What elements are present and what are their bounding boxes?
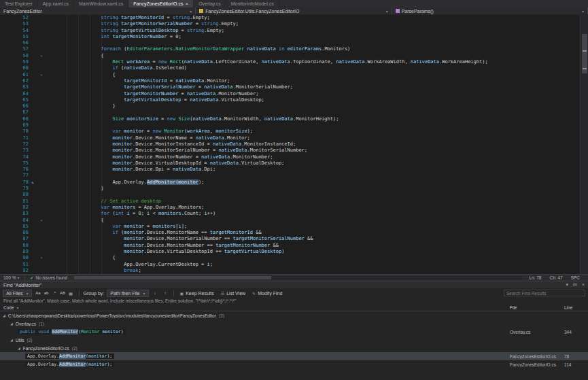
- code-line[interactable]: 80: [0, 192, 588, 198]
- fold-collapse-icon[interactable]: ▾: [37, 218, 46, 224]
- code-line[interactable]: 57 foreach (EditorParameters.NativeMonit…: [0, 46, 588, 52]
- type-dropdown[interactable]: FancyZonesEditor.Utils.FancyZonesEditorI…: [196, 7, 392, 14]
- line-number: 62: [0, 78, 29, 84]
- code-line[interactable]: 84▾ {: [0, 218, 588, 224]
- code-line[interactable]: 68 Size monitorSize = new Size(nativeDat…: [0, 116, 588, 122]
- code-line[interactable]: 90▾ {: [0, 255, 588, 261]
- code-line[interactable]: 58▾ {: [0, 53, 588, 59]
- code-line[interactable]: 55 int targetMonitorNumber = 0;: [0, 34, 588, 40]
- fold-collapse-icon[interactable]: ▾: [37, 72, 46, 78]
- group-row[interactable]: ◢Utils(2): [0, 336, 588, 344]
- line-number: 52: [0, 15, 29, 21]
- whole-word-icon[interactable]: ab: [43, 290, 50, 297]
- issues-status[interactable]: No issues found: [35, 275, 67, 280]
- fold-collapse-icon[interactable]: ▾: [37, 53, 46, 59]
- code-line[interactable]: 81 // Set active desktop: [0, 198, 588, 205]
- search-find-results-input[interactable]: [504, 290, 585, 296]
- tab-mainwindow-xaml-cs[interactable]: MainWindow.xaml.cs: [74, 0, 128, 7]
- scrollbar-thumb[interactable]: [74, 276, 271, 279]
- code-line[interactable]: 91 App.Overlay.CurrentDesktop = i;: [0, 262, 588, 268]
- code-line[interactable]: 61▾ {: [0, 72, 588, 78]
- code-line[interactable]: 53 string targetMonitorSerialNumber = st…: [0, 21, 588, 27]
- result-row[interactable]: App.Overlay.AddMonitor(monitor);FancyZon…: [0, 352, 588, 360]
- code-line[interactable]: 92 break;: [0, 268, 588, 274]
- code-line[interactable]: 89 monitor.Device.VirtualDesktopId == ta…: [0, 249, 588, 255]
- code-line[interactable]: 76 monitor.Device.Dpi = nativeData.Dpi;: [0, 167, 588, 173]
- code-line[interactable]: 62 targetMonitorId = nativeData.Monitor;: [0, 78, 588, 84]
- code-line[interactable]: 71 monitor.Device.MonitorName = nativeDa…: [0, 135, 588, 141]
- window-menu-icon[interactable]: ▾: [566, 282, 569, 288]
- code-line[interactable]: 88 monitor.Device.MonitorNumber == targe…: [0, 243, 588, 249]
- code-line[interactable]: 69: [0, 122, 588, 128]
- close-icon[interactable]: ×: [582, 282, 585, 288]
- code-line[interactable]: 59 Rect workArea = new Rect(nativeData.L…: [0, 59, 588, 65]
- member-dropdown[interactable]: ParseParams() ▾: [392, 7, 588, 14]
- code-line[interactable]: 77: [0, 173, 588, 179]
- list-view-button[interactable]: ☰ List View: [219, 290, 247, 297]
- result-row[interactable]: public void AddMonitor(Monitor monitor)O…: [0, 328, 588, 336]
- code-line[interactable]: 67: [0, 109, 588, 116]
- code-line[interactable]: 70 var monitor = new Monitor(workArea, m…: [0, 128, 588, 135]
- code-line[interactable]: 60 if (nativeData.IsSelected): [0, 65, 588, 71]
- code-line[interactable]: 83 for (int i = 0; i < monitors.Count; i…: [0, 211, 588, 217]
- code-text: }: [67, 186, 104, 192]
- code-line[interactable]: 72 monitor.Device.MonitorInstanceId = na…: [0, 141, 588, 148]
- column-header-line[interactable]: Line: [564, 305, 585, 310]
- fold-collapse-icon[interactable]: ▾: [37, 255, 46, 261]
- match-case-icon[interactable]: Aa: [35, 290, 42, 297]
- sort-ascending-icon[interactable]: ↑: [162, 290, 169, 297]
- code-line[interactable]: 75 monitor.Device.VirtualDesktopId = nat…: [0, 160, 588, 167]
- group-row[interactable]: ◢C:\Users\zhaopengwang\Desktop\powertoys…: [0, 311, 588, 319]
- code-line[interactable]: 64 targetMonitorNumber = nativeData.Moni…: [0, 91, 588, 97]
- code-line[interactable]: 79 }: [0, 186, 588, 192]
- code-line[interactable]: 87 monitor.Device.MonitorSerialNumber ==…: [0, 236, 588, 242]
- expand-arrow-icon[interactable]: ◢: [18, 346, 20, 350]
- code-line[interactable]: 73 monitor.Device.MonitorSerialNumber = …: [0, 148, 588, 154]
- code-line[interactable]: 74 monitor.Device.MonitorNumber = native…: [0, 154, 588, 160]
- tab-fancyzoneseditorio-cs[interactable]: FancyZonesEditorIO.cs×: [128, 0, 194, 7]
- regex-icon[interactable]: .*: [51, 290, 58, 297]
- tab-overlay-cs[interactable]: Overlay.cs: [194, 0, 226, 7]
- group-row[interactable]: ◢FancyZonesEditorIO.cs(2): [0, 344, 588, 352]
- expand-arrow-icon[interactable]: ◢: [3, 313, 5, 317]
- code-token: [67, 205, 101, 210]
- expand-arrow-icon[interactable]: ◢: [10, 322, 13, 326]
- code-line[interactable]: 65 targetVirtualDesktop = nativeData.Vir…: [0, 97, 588, 103]
- file-filter-icon[interactable]: ▤: [67, 290, 75, 297]
- horizontal-scrollbar[interactable]: [74, 276, 522, 279]
- code-line[interactable]: 52 string targetMonitorId = string.Empty…: [0, 15, 588, 21]
- zoom-control[interactable]: 100 % ▾: [0, 275, 22, 280]
- tab-test-explorer[interactable]: Test Explorer: [0, 0, 38, 7]
- code-token: Size: [112, 116, 124, 122]
- result-row[interactable]: App.Overlay.AddMonitor(monitor);FancyZon…: [0, 360, 588, 368]
- close-icon[interactable]: ×: [185, 1, 188, 7]
- expand-arrow-icon[interactable]: ◢: [10, 338, 13, 342]
- scope-dropdown[interactable]: All Files ▾: [3, 290, 32, 297]
- group-row[interactable]: ◢Overlay.cs(1): [0, 319, 588, 328]
- keep-results-toggle[interactable]: ▣ Keep Results: [178, 290, 216, 297]
- code-line[interactable]: 63 targetMonitorSerialNumber = nativeDat…: [0, 84, 588, 90]
- column-header-code[interactable]: Code ▾: [3, 305, 19, 310]
- code-area[interactable]: 52 string targetMonitorId = string.Empty…: [0, 15, 588, 274]
- code-token: .WorkAreaHeight);: [439, 59, 488, 65]
- sort-descending-icon[interactable]: ↓: [152, 290, 159, 297]
- vertical-scrollbar[interactable]: [580, 15, 588, 274]
- code-line[interactable]: 54 string targetVirtualDesktop = string.…: [0, 28, 588, 34]
- code-line[interactable]: 78✎ App.Overlay.AddMonitor(monitor);: [0, 179, 588, 186]
- tab-monitorinfomodel-cs[interactable]: MonitorInfoModel.cs: [226, 0, 279, 7]
- code-line[interactable]: 56: [0, 40, 588, 46]
- column-header-file[interactable]: File: [510, 305, 564, 310]
- code-line[interactable]: 86 if (monitor.Device.MonitorName == tar…: [0, 230, 588, 236]
- code-line[interactable]: 82 var monitors = App.Overlay.Monitors;: [0, 205, 588, 211]
- fold-slot: [37, 122, 46, 128]
- tab-app-xaml-cs[interactable]: App.xaml.cs: [38, 0, 74, 7]
- modify-find-button[interactable]: ✎ Modify Find: [250, 290, 284, 297]
- group-by-dropdown[interactable]: Path then File ▾: [107, 290, 148, 297]
- pin-icon[interactable]: ⊟: [573, 282, 577, 288]
- preserve-case-icon[interactable]: AB: [59, 290, 67, 297]
- code-line[interactable]: 66 }: [0, 103, 588, 109]
- code-line[interactable]: 85 var monitor = monitors[i];: [0, 224, 588, 230]
- line-number: 91: [0, 262, 29, 268]
- project-dropdown[interactable]: FancyZonesEditor ▾: [0, 7, 196, 14]
- find-results-titlebar[interactable]: Find "AddMonitor" ▾ ⊟ ×: [0, 281, 588, 288]
